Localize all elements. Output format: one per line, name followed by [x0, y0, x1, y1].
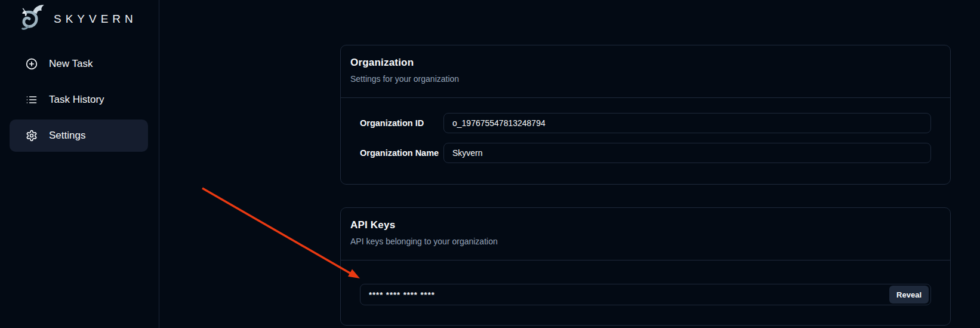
organization-name-row: Organization Name	[360, 143, 931, 163]
sidebar-nav: New Task Task History Settings	[0, 48, 159, 152]
organization-id-input[interactable]	[443, 113, 931, 133]
plus-circle-icon	[26, 58, 38, 70]
sidebar-item-label: New Task	[49, 58, 93, 70]
gear-icon	[26, 130, 38, 142]
list-icon	[26, 94, 38, 106]
card-title: Organization	[350, 57, 941, 68]
sidebar-item-new-task[interactable]: New Task	[10, 48, 148, 80]
api-key-masked-input[interactable]	[360, 284, 931, 305]
skyvern-dragon-logo	[17, 3, 48, 35]
organization-id-row: Organization ID	[360, 113, 931, 133]
brand-header: SKYVERN	[0, 0, 159, 35]
organization-card: Organization Settings for your organizat…	[340, 45, 951, 185]
organization-name-input[interactable]	[443, 143, 931, 163]
sidebar-item-label: Task History	[49, 94, 104, 106]
reveal-button[interactable]: Reveal	[889, 286, 929, 304]
api-keys-card: API Keys API keys belonging to your orga…	[340, 207, 951, 326]
sidebar: SKYVERN New Task Task History Settings	[0, 0, 159, 328]
brand-name: SKYVERN	[54, 13, 137, 26]
api-key-field-wrap: Reveal	[360, 284, 931, 305]
api-keys-card-header: API Keys API keys belonging to your orga…	[341, 208, 950, 260]
sidebar-item-settings[interactable]: Settings	[10, 119, 148, 152]
organization-card-body: Organization ID Organization Name	[341, 98, 950, 184]
organization-id-label: Organization ID	[360, 118, 443, 128]
api-keys-card-body: Reveal	[341, 260, 950, 325]
sidebar-item-task-history[interactable]: Task History	[10, 84, 148, 116]
card-subtitle: API keys belonging to your organization	[350, 235, 941, 247]
organization-card-header: Organization Settings for your organizat…	[341, 45, 950, 98]
organization-name-label: Organization Name	[360, 148, 443, 158]
card-subtitle: Settings for your organization	[350, 73, 941, 85]
settings-page: Organization Settings for your organizat…	[340, 45, 951, 326]
card-title: API Keys	[350, 219, 941, 231]
sidebar-item-label: Settings	[49, 130, 85, 142]
main-area: Organization Settings for your organizat…	[159, 0, 980, 328]
